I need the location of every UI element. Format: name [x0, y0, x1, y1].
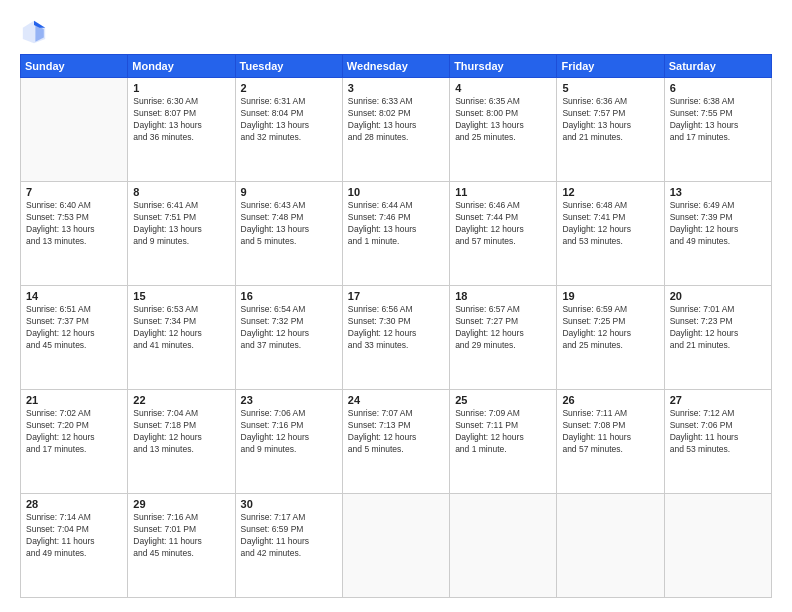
calendar-cell: 2Sunrise: 6:31 AMSunset: 8:04 PMDaylight…	[235, 78, 342, 182]
calendar-header-row: SundayMondayTuesdayWednesdayThursdayFrid…	[21, 55, 772, 78]
day-number: 30	[241, 498, 337, 510]
calendar-cell: 22Sunrise: 7:04 AMSunset: 7:18 PMDayligh…	[128, 390, 235, 494]
page: SundayMondayTuesdayWednesdayThursdayFrid…	[0, 0, 792, 612]
day-number: 9	[241, 186, 337, 198]
calendar-cell: 13Sunrise: 6:49 AMSunset: 7:39 PMDayligh…	[664, 182, 771, 286]
calendar-cell: 27Sunrise: 7:12 AMSunset: 7:06 PMDayligh…	[664, 390, 771, 494]
day-number: 6	[670, 82, 766, 94]
day-info: Sunrise: 6:43 AMSunset: 7:48 PMDaylight:…	[241, 200, 337, 248]
day-info: Sunrise: 6:35 AMSunset: 8:00 PMDaylight:…	[455, 96, 551, 144]
calendar-cell: 30Sunrise: 7:17 AMSunset: 6:59 PMDayligh…	[235, 494, 342, 598]
day-number: 28	[26, 498, 122, 510]
day-info: Sunrise: 7:11 AMSunset: 7:08 PMDaylight:…	[562, 408, 658, 456]
day-info: Sunrise: 7:17 AMSunset: 6:59 PMDaylight:…	[241, 512, 337, 560]
day-info: Sunrise: 6:33 AMSunset: 8:02 PMDaylight:…	[348, 96, 444, 144]
calendar-cell: 12Sunrise: 6:48 AMSunset: 7:41 PMDayligh…	[557, 182, 664, 286]
day-number: 3	[348, 82, 444, 94]
weekday-header: Sunday	[21, 55, 128, 78]
calendar-cell: 26Sunrise: 7:11 AMSunset: 7:08 PMDayligh…	[557, 390, 664, 494]
day-info: Sunrise: 6:40 AMSunset: 7:53 PMDaylight:…	[26, 200, 122, 248]
weekday-header: Thursday	[450, 55, 557, 78]
calendar-cell: 18Sunrise: 6:57 AMSunset: 7:27 PMDayligh…	[450, 286, 557, 390]
calendar-cell: 15Sunrise: 6:53 AMSunset: 7:34 PMDayligh…	[128, 286, 235, 390]
calendar-cell: 19Sunrise: 6:59 AMSunset: 7:25 PMDayligh…	[557, 286, 664, 390]
calendar-cell: 23Sunrise: 7:06 AMSunset: 7:16 PMDayligh…	[235, 390, 342, 494]
calendar-cell: 25Sunrise: 7:09 AMSunset: 7:11 PMDayligh…	[450, 390, 557, 494]
day-info: Sunrise: 6:31 AMSunset: 8:04 PMDaylight:…	[241, 96, 337, 144]
calendar-cell: 8Sunrise: 6:41 AMSunset: 7:51 PMDaylight…	[128, 182, 235, 286]
calendar-cell: 7Sunrise: 6:40 AMSunset: 7:53 PMDaylight…	[21, 182, 128, 286]
day-number: 14	[26, 290, 122, 302]
weekday-header: Saturday	[664, 55, 771, 78]
day-info: Sunrise: 7:16 AMSunset: 7:01 PMDaylight:…	[133, 512, 229, 560]
calendar-cell: 9Sunrise: 6:43 AMSunset: 7:48 PMDaylight…	[235, 182, 342, 286]
logo	[20, 18, 54, 46]
day-number: 7	[26, 186, 122, 198]
day-info: Sunrise: 6:36 AMSunset: 7:57 PMDaylight:…	[562, 96, 658, 144]
day-number: 1	[133, 82, 229, 94]
day-number: 26	[562, 394, 658, 406]
day-info: Sunrise: 6:46 AMSunset: 7:44 PMDaylight:…	[455, 200, 551, 248]
day-number: 27	[670, 394, 766, 406]
calendar-cell: 4Sunrise: 6:35 AMSunset: 8:00 PMDaylight…	[450, 78, 557, 182]
day-number: 12	[562, 186, 658, 198]
calendar-cell: 11Sunrise: 6:46 AMSunset: 7:44 PMDayligh…	[450, 182, 557, 286]
day-info: Sunrise: 6:51 AMSunset: 7:37 PMDaylight:…	[26, 304, 122, 352]
calendar-cell: 21Sunrise: 7:02 AMSunset: 7:20 PMDayligh…	[21, 390, 128, 494]
day-info: Sunrise: 7:01 AMSunset: 7:23 PMDaylight:…	[670, 304, 766, 352]
calendar-week-row: 7Sunrise: 6:40 AMSunset: 7:53 PMDaylight…	[21, 182, 772, 286]
weekday-header: Monday	[128, 55, 235, 78]
day-number: 11	[455, 186, 551, 198]
day-info: Sunrise: 6:57 AMSunset: 7:27 PMDaylight:…	[455, 304, 551, 352]
calendar: SundayMondayTuesdayWednesdayThursdayFrid…	[20, 54, 772, 598]
day-info: Sunrise: 6:41 AMSunset: 7:51 PMDaylight:…	[133, 200, 229, 248]
calendar-week-row: 21Sunrise: 7:02 AMSunset: 7:20 PMDayligh…	[21, 390, 772, 494]
day-info: Sunrise: 6:49 AMSunset: 7:39 PMDaylight:…	[670, 200, 766, 248]
day-info: Sunrise: 7:07 AMSunset: 7:13 PMDaylight:…	[348, 408, 444, 456]
day-info: Sunrise: 7:04 AMSunset: 7:18 PMDaylight:…	[133, 408, 229, 456]
calendar-week-row: 14Sunrise: 6:51 AMSunset: 7:37 PMDayligh…	[21, 286, 772, 390]
calendar-cell: 5Sunrise: 6:36 AMSunset: 7:57 PMDaylight…	[557, 78, 664, 182]
calendar-week-row: 28Sunrise: 7:14 AMSunset: 7:04 PMDayligh…	[21, 494, 772, 598]
calendar-cell: 1Sunrise: 6:30 AMSunset: 8:07 PMDaylight…	[128, 78, 235, 182]
calendar-cell: 14Sunrise: 6:51 AMSunset: 7:37 PMDayligh…	[21, 286, 128, 390]
header	[20, 18, 772, 46]
day-info: Sunrise: 6:54 AMSunset: 7:32 PMDaylight:…	[241, 304, 337, 352]
calendar-cell	[21, 78, 128, 182]
calendar-cell: 10Sunrise: 6:44 AMSunset: 7:46 PMDayligh…	[342, 182, 449, 286]
weekday-header: Tuesday	[235, 55, 342, 78]
day-number: 8	[133, 186, 229, 198]
calendar-cell	[557, 494, 664, 598]
calendar-cell: 28Sunrise: 7:14 AMSunset: 7:04 PMDayligh…	[21, 494, 128, 598]
day-number: 20	[670, 290, 766, 302]
day-number: 2	[241, 82, 337, 94]
day-number: 13	[670, 186, 766, 198]
logo-icon	[20, 18, 48, 46]
calendar-week-row: 1Sunrise: 6:30 AMSunset: 8:07 PMDaylight…	[21, 78, 772, 182]
calendar-cell	[342, 494, 449, 598]
day-info: Sunrise: 6:59 AMSunset: 7:25 PMDaylight:…	[562, 304, 658, 352]
day-number: 19	[562, 290, 658, 302]
day-number: 17	[348, 290, 444, 302]
day-number: 5	[562, 82, 658, 94]
day-info: Sunrise: 6:48 AMSunset: 7:41 PMDaylight:…	[562, 200, 658, 248]
day-number: 18	[455, 290, 551, 302]
day-number: 29	[133, 498, 229, 510]
day-number: 24	[348, 394, 444, 406]
day-number: 22	[133, 394, 229, 406]
day-number: 15	[133, 290, 229, 302]
day-number: 4	[455, 82, 551, 94]
calendar-cell: 3Sunrise: 6:33 AMSunset: 8:02 PMDaylight…	[342, 78, 449, 182]
calendar-cell: 20Sunrise: 7:01 AMSunset: 7:23 PMDayligh…	[664, 286, 771, 390]
calendar-cell: 6Sunrise: 6:38 AMSunset: 7:55 PMDaylight…	[664, 78, 771, 182]
day-number: 21	[26, 394, 122, 406]
calendar-cell	[450, 494, 557, 598]
day-info: Sunrise: 6:44 AMSunset: 7:46 PMDaylight:…	[348, 200, 444, 248]
calendar-cell: 29Sunrise: 7:16 AMSunset: 7:01 PMDayligh…	[128, 494, 235, 598]
day-info: Sunrise: 7:12 AMSunset: 7:06 PMDaylight:…	[670, 408, 766, 456]
day-info: Sunrise: 6:38 AMSunset: 7:55 PMDaylight:…	[670, 96, 766, 144]
weekday-header: Wednesday	[342, 55, 449, 78]
day-number: 16	[241, 290, 337, 302]
day-number: 10	[348, 186, 444, 198]
weekday-header: Friday	[557, 55, 664, 78]
